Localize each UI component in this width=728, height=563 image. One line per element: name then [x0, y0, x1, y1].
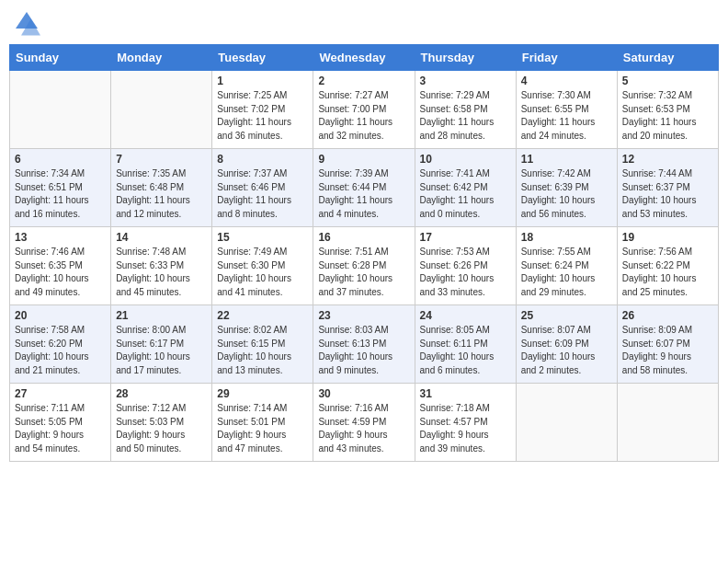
day-info: Sunrise: 7:25 AM Sunset: 7:02 PM Dayligh…	[217, 89, 308, 143]
calendar-cell: 29Sunrise: 7:14 AM Sunset: 5:01 PM Dayli…	[212, 384, 313, 462]
day-info: Sunrise: 7:48 AM Sunset: 6:33 PM Dayligh…	[116, 246, 207, 299]
calendar-row-1: 1Sunrise: 7:25 AM Sunset: 7:02 PM Daylig…	[10, 71, 719, 149]
day-info: Sunrise: 7:39 AM Sunset: 6:44 PM Dayligh…	[318, 167, 409, 221]
calendar-cell	[10, 71, 111, 149]
day-info: Sunrise: 8:02 AM Sunset: 6:15 PM Dayligh…	[217, 324, 308, 377]
day-number: 6	[15, 153, 106, 166]
day-info: Sunrise: 7:32 AM Sunset: 6:53 PM Dayligh…	[622, 89, 713, 143]
day-info: Sunrise: 7:11 AM Sunset: 5:05 PM Dayligh…	[15, 402, 106, 455]
calendar-cell: 20Sunrise: 7:58 AM Sunset: 6:20 PM Dayli…	[10, 305, 111, 384]
day-info: Sunrise: 7:29 AM Sunset: 6:58 PM Dayligh…	[420, 89, 511, 143]
day-info: Sunrise: 7:16 AM Sunset: 4:59 PM Dayligh…	[318, 402, 409, 455]
calendar-cell: 31Sunrise: 7:18 AM Sunset: 4:57 PM Dayli…	[415, 384, 516, 462]
day-info: Sunrise: 8:07 AM Sunset: 6:09 PM Dayligh…	[521, 324, 612, 377]
day-number: 19	[622, 231, 713, 244]
calendar-cell: 8Sunrise: 7:37 AM Sunset: 6:46 PM Daylig…	[212, 149, 313, 227]
day-info: Sunrise: 8:09 AM Sunset: 6:07 PM Dayligh…	[622, 324, 713, 377]
header-day-monday: Monday	[111, 45, 212, 71]
day-info: Sunrise: 8:05 AM Sunset: 6:11 PM Dayligh…	[420, 324, 511, 377]
calendar-cell: 6Sunrise: 7:34 AM Sunset: 6:51 PM Daylig…	[10, 149, 111, 227]
logo-icon	[13, 9, 40, 37]
day-info: Sunrise: 7:58 AM Sunset: 6:20 PM Dayligh…	[15, 324, 106, 377]
calendar-cell: 26Sunrise: 8:09 AM Sunset: 6:07 PM Dayli…	[617, 305, 718, 384]
day-info: Sunrise: 8:00 AM Sunset: 6:17 PM Dayligh…	[116, 324, 207, 377]
day-number: 17	[420, 231, 511, 244]
day-info: Sunrise: 7:53 AM Sunset: 6:26 PM Dayligh…	[420, 246, 511, 299]
header-day-sunday: Sunday	[10, 45, 111, 71]
calendar-cell: 25Sunrise: 8:07 AM Sunset: 6:09 PM Dayli…	[516, 305, 617, 384]
day-number: 22	[217, 309, 308, 322]
header-day-wednesday: Wednesday	[313, 45, 415, 71]
day-info: Sunrise: 7:12 AM Sunset: 5:03 PM Dayligh…	[116, 402, 207, 455]
day-number: 15	[217, 231, 308, 244]
day-number: 16	[318, 231, 409, 244]
day-number: 14	[116, 231, 207, 244]
calendar-table: SundayMondayTuesdayWednesdayThursdayFrid…	[9, 44, 719, 462]
day-number: 1	[217, 75, 308, 87]
header-row: SundayMondayTuesdayWednesdayThursdayFrid…	[10, 45, 719, 71]
calendar-cell: 21Sunrise: 8:00 AM Sunset: 6:17 PM Dayli…	[111, 305, 212, 384]
header-day-friday: Friday	[516, 45, 617, 71]
day-number: 2	[318, 75, 409, 87]
calendar-cell: 15Sunrise: 7:49 AM Sunset: 6:30 PM Dayli…	[212, 227, 313, 305]
day-info: Sunrise: 7:46 AM Sunset: 6:35 PM Dayligh…	[15, 246, 106, 299]
calendar-cell: 4Sunrise: 7:30 AM Sunset: 6:55 PM Daylig…	[516, 71, 617, 149]
calendar-cell: 17Sunrise: 7:53 AM Sunset: 6:26 PM Dayli…	[415, 227, 516, 305]
calendar-cell: 23Sunrise: 8:03 AM Sunset: 6:13 PM Dayli…	[313, 305, 415, 384]
day-number: 30	[318, 387, 409, 400]
calendar-row-5: 27Sunrise: 7:11 AM Sunset: 5:05 PM Dayli…	[10, 384, 719, 462]
day-number: 28	[116, 387, 207, 400]
day-number: 26	[622, 309, 713, 322]
day-number: 4	[521, 75, 612, 87]
day-number: 18	[521, 231, 612, 244]
header-day-thursday: Thursday	[415, 45, 516, 71]
day-info: Sunrise: 7:34 AM Sunset: 6:51 PM Dayligh…	[15, 167, 106, 221]
day-info: Sunrise: 7:14 AM Sunset: 5:01 PM Dayligh…	[217, 402, 308, 455]
calendar-cell: 2Sunrise: 7:27 AM Sunset: 7:00 PM Daylig…	[313, 71, 415, 149]
day-info: Sunrise: 7:35 AM Sunset: 6:48 PM Dayligh…	[116, 167, 207, 221]
calendar-cell: 16Sunrise: 7:51 AM Sunset: 6:28 PM Dayli…	[313, 227, 415, 305]
calendar-cell: 5Sunrise: 7:32 AM Sunset: 6:53 PM Daylig…	[617, 71, 718, 149]
day-info: Sunrise: 7:56 AM Sunset: 6:22 PM Dayligh…	[622, 246, 713, 299]
calendar-cell: 9Sunrise: 7:39 AM Sunset: 6:44 PM Daylig…	[313, 149, 415, 227]
calendar-cell	[516, 384, 617, 462]
header-day-tuesday: Tuesday	[212, 45, 313, 71]
day-info: Sunrise: 7:42 AM Sunset: 6:39 PM Dayligh…	[521, 167, 612, 221]
day-number: 23	[318, 309, 409, 322]
calendar-cell: 28Sunrise: 7:12 AM Sunset: 5:03 PM Dayli…	[111, 384, 212, 462]
calendar-cell	[111, 71, 212, 149]
day-info: Sunrise: 7:44 AM Sunset: 6:37 PM Dayligh…	[622, 167, 713, 221]
day-info: Sunrise: 7:41 AM Sunset: 6:42 PM Dayligh…	[420, 167, 511, 221]
day-info: Sunrise: 7:30 AM Sunset: 6:55 PM Dayligh…	[521, 89, 612, 143]
day-number: 11	[521, 153, 612, 166]
day-info: Sunrise: 7:37 AM Sunset: 6:46 PM Dayligh…	[217, 167, 308, 221]
calendar-cell: 22Sunrise: 8:02 AM Sunset: 6:15 PM Dayli…	[212, 305, 313, 384]
day-info: Sunrise: 7:18 AM Sunset: 4:57 PM Dayligh…	[420, 402, 511, 455]
day-number: 9	[318, 153, 409, 166]
calendar-cell: 12Sunrise: 7:44 AM Sunset: 6:37 PM Dayli…	[617, 149, 718, 227]
calendar-cell: 27Sunrise: 7:11 AM Sunset: 5:05 PM Dayli…	[10, 384, 111, 462]
calendar-row-4: 20Sunrise: 7:58 AM Sunset: 6:20 PM Dayli…	[10, 305, 719, 384]
header-day-saturday: Saturday	[617, 45, 718, 71]
day-number: 25	[521, 309, 612, 322]
day-number: 20	[15, 309, 106, 322]
day-number: 21	[116, 309, 207, 322]
day-number: 29	[217, 387, 308, 400]
day-number: 31	[420, 387, 511, 400]
day-number: 27	[15, 387, 106, 400]
calendar-cell: 14Sunrise: 7:48 AM Sunset: 6:33 PM Dayli…	[111, 227, 212, 305]
calendar-row-3: 13Sunrise: 7:46 AM Sunset: 6:35 PM Dayli…	[10, 227, 719, 305]
day-number: 5	[622, 75, 713, 87]
day-info: Sunrise: 7:51 AM Sunset: 6:28 PM Dayligh…	[318, 246, 409, 299]
day-info: Sunrise: 8:03 AM Sunset: 6:13 PM Dayligh…	[318, 324, 409, 377]
calendar-cell: 30Sunrise: 7:16 AM Sunset: 4:59 PM Dayli…	[313, 384, 415, 462]
calendar-cell: 1Sunrise: 7:25 AM Sunset: 7:02 PM Daylig…	[212, 71, 313, 149]
calendar-cell: 19Sunrise: 7:56 AM Sunset: 6:22 PM Dayli…	[617, 227, 718, 305]
day-number: 10	[420, 153, 511, 166]
logo	[13, 9, 44, 37]
calendar-cell: 13Sunrise: 7:46 AM Sunset: 6:35 PM Dayli…	[10, 227, 111, 305]
calendar-cell: 10Sunrise: 7:41 AM Sunset: 6:42 PM Dayli…	[415, 149, 516, 227]
day-number: 12	[622, 153, 713, 166]
day-number: 3	[420, 75, 511, 87]
calendar-cell	[617, 384, 718, 462]
